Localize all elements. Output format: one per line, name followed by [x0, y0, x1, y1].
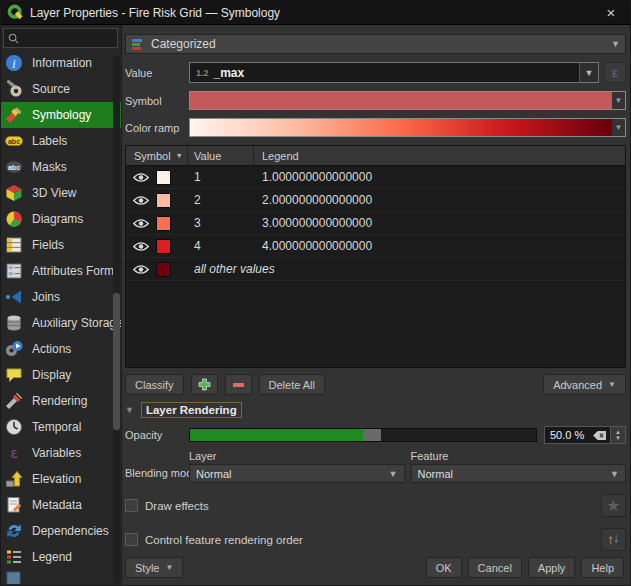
column-header-symbol[interactable]: Symbol ▼	[126, 146, 188, 165]
sidebar-item-source[interactable]: Source	[1, 76, 121, 102]
sidebar-item-attributes-form[interactable]: Attributes Form	[1, 258, 121, 284]
feature-blend-select[interactable]: Normal ▼	[411, 464, 627, 483]
form-icon	[5, 262, 23, 280]
scrollbar-thumb[interactable]	[113, 293, 120, 430]
sidebar-item-label: 3D View	[32, 186, 76, 200]
layer-blend-select[interactable]: Normal ▼	[189, 464, 405, 483]
sidebar-item-masks[interactable]: abc Masks	[1, 154, 121, 180]
effects-options-button[interactable]: ★	[601, 494, 626, 517]
sidebar-item-labels[interactable]: abc Labels	[1, 128, 121, 154]
layer-rendering-header[interactable]: ▼ Layer Rendering	[125, 402, 626, 418]
category-swatch[interactable]	[156, 216, 171, 231]
dependencies-icon	[5, 522, 23, 540]
sidebar-item-variables[interactable]: ε Variables	[1, 440, 121, 466]
labels-icon: abc	[5, 132, 23, 150]
renderer-type-label: Categorized	[151, 37, 216, 51]
close-button[interactable]: ×	[592, 1, 630, 25]
table-row[interactable]: 4 4.000000000000000	[126, 235, 625, 258]
sidebar-item-3d-view[interactable]: 3D View	[1, 180, 121, 206]
sidebar-item-legend[interactable]: Legend	[1, 544, 121, 570]
search-input[interactable]	[23, 32, 103, 44]
opacity-spinbox[interactable]: 50.0 % ▲▼	[544, 426, 626, 444]
clear-value-icon[interactable]	[589, 430, 610, 441]
chevron-down-icon[interactable]: ▼	[612, 92, 625, 109]
visibility-eye-icon[interactable]	[133, 264, 149, 275]
sidebar-item-joins[interactable]: Joins	[1, 284, 121, 310]
sidebar-item-temporal[interactable]: Temporal	[1, 414, 121, 440]
table-row-all-other-values[interactable]: all other values	[126, 258, 625, 281]
sidebar-item-diagrams[interactable]: Diagrams	[1, 206, 121, 232]
sidebar-item-fields[interactable]: Fields	[1, 232, 121, 258]
opacity-value[interactable]: 50.0 %	[545, 429, 589, 441]
visibility-eye-icon[interactable]	[133, 172, 149, 183]
symbol-selector[interactable]: ▼	[189, 91, 626, 110]
value-label: Value	[125, 67, 189, 79]
control-order-checkbox[interactable]	[125, 533, 138, 546]
sidebar-item-label: Labels	[32, 134, 67, 148]
delete-all-button[interactable]: Delete All	[259, 374, 325, 395]
table-row[interactable]: 2 2.000000000000000	[126, 189, 625, 212]
column-header-value[interactable]: Value	[188, 146, 254, 165]
category-swatch[interactable]	[156, 239, 171, 254]
sidebar-item-display[interactable]: Display	[1, 362, 121, 388]
sidebar-item-label: Metadata	[32, 498, 82, 512]
sidebar-item-actions[interactable]: Actions	[1, 336, 121, 362]
sidebar-search[interactable]	[3, 28, 118, 48]
draw-effects-checkbox[interactable]	[125, 499, 138, 512]
apply-button[interactable]: Apply	[528, 557, 576, 578]
visibility-eye-icon[interactable]	[133, 195, 149, 206]
expression-builder-button[interactable]: ε	[604, 62, 626, 83]
sidebar-item-auxiliary-storage[interactable]: Auxiliary Storage	[1, 310, 121, 336]
visibility-eye-icon[interactable]	[133, 241, 149, 252]
qgis-logo-icon	[7, 4, 24, 21]
cube-3d-icon	[5, 184, 23, 202]
help-button[interactable]: Help	[581, 557, 624, 578]
titlebar: Layer Properties - Fire Risk Grid — Symb…	[1, 1, 630, 25]
elevation-icon	[5, 470, 23, 488]
opacity-row: Opacity 50.0 % ▲▼	[125, 426, 626, 444]
sidebar-item-information[interactable]: i Information	[1, 50, 121, 76]
sidebar-item-metadata[interactable]: Metadata	[1, 492, 121, 518]
cancel-button[interactable]: Cancel	[468, 557, 522, 578]
metadata-icon	[5, 496, 23, 514]
visibility-eye-icon[interactable]	[133, 218, 149, 229]
epsilon-icon: ε	[5, 444, 23, 462]
svg-text:abc: abc	[8, 138, 20, 145]
sidebar-item-symbology[interactable]: Symbology	[1, 102, 121, 128]
advanced-button[interactable]: Advanced ▼	[543, 374, 626, 395]
spinner-arrows[interactable]: ▲▼	[610, 427, 625, 443]
ok-button[interactable]: OK	[426, 557, 462, 578]
pie-chart-icon	[5, 210, 23, 228]
add-category-button[interactable]	[191, 374, 218, 395]
table-row[interactable]: 3 3.000000000000000	[126, 212, 625, 235]
sidebar-item-label: Joins	[32, 290, 60, 304]
chevron-down-icon[interactable]: ▼	[579, 63, 598, 82]
category-swatch[interactable]	[156, 193, 171, 208]
sidebar-item-rendering[interactable]: Rendering	[1, 388, 121, 414]
sidebar-item-label: Variables	[32, 446, 81, 460]
table-row[interactable]: 1 1.000000000000000	[126, 166, 625, 189]
order-options-button[interactable]	[601, 528, 626, 551]
category-swatch[interactable]	[156, 170, 171, 185]
sidebar-item-partial[interactable]	[1, 570, 121, 584]
renderer-type-select[interactable]: Categorized ▼	[125, 34, 626, 54]
category-swatch[interactable]	[156, 262, 171, 277]
column-header-legend[interactable]: Legend	[254, 146, 625, 165]
value-field-select[interactable]: 1.2 _max ▼	[189, 62, 599, 83]
control-order-label: Control feature rendering order	[145, 534, 303, 546]
source-icon	[5, 80, 23, 98]
classify-button[interactable]: Classify	[125, 374, 184, 395]
opacity-slider[interactable]	[189, 428, 537, 442]
sidebar-scrollbar[interactable]	[113, 55, 120, 583]
sidebar-item-elevation[interactable]: Elevation	[1, 466, 121, 492]
remove-category-button[interactable]	[225, 374, 252, 395]
rendering-brush-icon	[5, 392, 23, 410]
sidebar-item-dependencies[interactable]: Dependencies	[1, 518, 121, 544]
style-button[interactable]: Style ▼	[125, 557, 183, 578]
chevron-down-icon[interactable]: ▼	[612, 119, 625, 136]
categorized-icon	[131, 38, 144, 51]
color-ramp-selector[interactable]: ▼	[189, 118, 626, 137]
opacity-slider-handle[interactable]	[363, 429, 381, 441]
sidebar-item-label: Dependencies	[32, 524, 109, 538]
symbol-row: Symbol ▼	[125, 91, 626, 110]
